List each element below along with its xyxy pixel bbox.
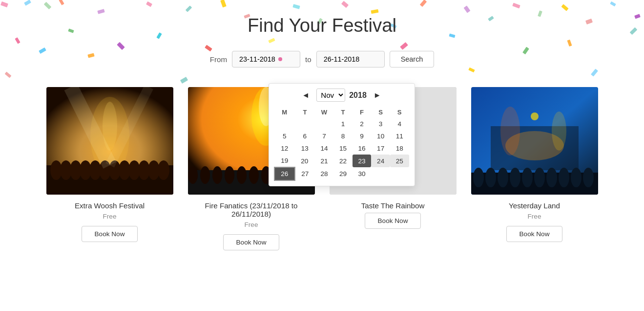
calendar-day[interactable]: 24 bbox=[371, 155, 390, 167]
festival-image bbox=[471, 87, 598, 195]
from-label: From bbox=[210, 55, 227, 64]
svg-point-42 bbox=[498, 168, 508, 187]
calendar-day[interactable]: 28 bbox=[315, 167, 334, 180]
calendar-weekday: M bbox=[274, 107, 295, 118]
calendar-weekday: T bbox=[333, 107, 353, 118]
festival-name: Yesterday Land bbox=[509, 201, 560, 210]
calendar-prev-button[interactable]: ◄ bbox=[299, 90, 312, 101]
calendar-day[interactable]: 7 bbox=[315, 130, 334, 142]
festival-name: Fire Fanatics (23/11/2018 to 26/11/2018) bbox=[188, 201, 315, 218]
svg-point-45 bbox=[534, 168, 545, 187]
calendar-day[interactable]: 10 bbox=[371, 130, 390, 142]
to-date-input[interactable]: 26-11-2018 bbox=[316, 51, 385, 67]
calendar-day[interactable]: 20 bbox=[295, 155, 315, 167]
svg-point-48 bbox=[571, 168, 582, 187]
calendar-grid: MTWTFSS 12345678910111213141516171819202… bbox=[274, 107, 410, 181]
calendar-year: 2018 bbox=[349, 91, 367, 100]
book-now-button[interactable]: Book Now bbox=[82, 226, 138, 242]
calendar-day[interactable]: 26 bbox=[274, 167, 295, 180]
calendar-day[interactable]: 21 bbox=[315, 155, 334, 167]
calendar-day[interactable]: 5 bbox=[274, 130, 295, 142]
calendar-popup: ◄ JanFebMarAprMayJunJulAugSepOctNovDec 2… bbox=[269, 83, 415, 186]
calendar-day[interactable]: 17 bbox=[371, 142, 390, 155]
calendar-day[interactable]: 13 bbox=[295, 142, 315, 155]
calendar-day[interactable]: 29 bbox=[333, 167, 353, 180]
calendar-day[interactable]: 18 bbox=[390, 142, 409, 155]
book-now-button[interactable]: Book Now bbox=[365, 213, 421, 229]
calendar-day bbox=[315, 118, 334, 130]
from-date-value: 23-11-2018 bbox=[239, 55, 275, 63]
calendar-day bbox=[371, 167, 390, 180]
calendar-day[interactable]: 14 bbox=[315, 142, 334, 155]
svg-point-27 bbox=[249, 166, 259, 184]
festival-card: Yesterday LandFreeBook Now bbox=[471, 87, 598, 250]
festival-price: Free bbox=[528, 213, 541, 220]
calendar-day[interactable]: 27 bbox=[295, 167, 315, 180]
calendar-weekday: T bbox=[295, 107, 315, 118]
calendar-header: ◄ JanFebMarAprMayJunJulAugSepOctNovDec 2… bbox=[274, 89, 410, 102]
calendar-weekday: W bbox=[315, 107, 334, 118]
calendar-month-select[interactable]: JanFebMarAprMayJunJulAugSepOctNovDec bbox=[316, 89, 345, 102]
festival-card: Extra Woosh FestivalFreeBook Now bbox=[46, 87, 173, 250]
calendar-day[interactable]: 4 bbox=[390, 118, 409, 130]
festival-name: Taste The Rainbow bbox=[361, 201, 425, 210]
calendar-day[interactable]: 30 bbox=[353, 167, 372, 180]
svg-point-38 bbox=[552, 111, 566, 151]
calendar-next-button[interactable]: ► bbox=[371, 90, 384, 101]
search-bar: From 23-11-2018 to 26-11-2018 Search bbox=[0, 51, 644, 67]
svg-point-37 bbox=[500, 107, 520, 156]
book-now-button[interactable]: Book Now bbox=[223, 234, 280, 250]
festival-name: Extra Woosh Festival bbox=[75, 201, 145, 210]
calendar-day bbox=[390, 167, 409, 180]
svg-point-15 bbox=[158, 160, 169, 180]
festival-image bbox=[46, 87, 173, 195]
svg-point-47 bbox=[559, 168, 569, 187]
calendar-weekday: S bbox=[371, 107, 390, 118]
calendar-day[interactable]: 15 bbox=[333, 142, 353, 155]
calendar-day bbox=[295, 118, 315, 130]
from-date-input[interactable]: 23-11-2018 bbox=[232, 51, 300, 67]
svg-point-46 bbox=[546, 168, 557, 187]
calendar-day[interactable]: 19 bbox=[274, 155, 295, 167]
svg-point-22 bbox=[188, 166, 198, 184]
svg-point-23 bbox=[200, 166, 210, 184]
svg-point-25 bbox=[225, 166, 234, 184]
calendar-day[interactable]: 16 bbox=[353, 142, 372, 155]
svg-point-50 bbox=[531, 112, 539, 120]
book-now-button[interactable]: Book Now bbox=[506, 226, 563, 242]
calendar-weekday: F bbox=[353, 107, 372, 118]
svg-point-44 bbox=[522, 168, 533, 187]
festival-price: Free bbox=[245, 221, 258, 228]
svg-point-49 bbox=[583, 168, 594, 187]
svg-point-24 bbox=[212, 166, 222, 184]
calendar-day[interactable]: 8 bbox=[333, 130, 353, 142]
to-label: to bbox=[305, 55, 312, 64]
calendar-day[interactable]: 6 bbox=[295, 130, 315, 142]
calendar-day[interactable]: 22 bbox=[333, 155, 353, 167]
calendar-day[interactable]: 11 bbox=[390, 130, 409, 142]
calendar-day[interactable]: 23 bbox=[353, 155, 372, 167]
calendar-day[interactable]: 3 bbox=[371, 118, 390, 130]
to-date-value: 26-11-2018 bbox=[324, 55, 360, 63]
calendar-weekday: S bbox=[390, 107, 409, 118]
svg-point-40 bbox=[473, 168, 484, 187]
festival-price: Free bbox=[103, 213, 117, 220]
calendar-day[interactable]: 12 bbox=[274, 142, 295, 155]
calendar-day bbox=[274, 118, 295, 130]
from-date-dot bbox=[278, 57, 282, 61]
calendar-day[interactable]: 9 bbox=[353, 130, 372, 142]
page-title: Find Your Festival bbox=[0, 0, 644, 51]
search-button[interactable]: Search bbox=[390, 51, 435, 67]
svg-point-26 bbox=[237, 166, 247, 184]
calendar-day[interactable]: 2 bbox=[353, 118, 372, 130]
svg-point-41 bbox=[485, 168, 496, 187]
calendar-day[interactable]: 1 bbox=[333, 118, 353, 130]
svg-point-43 bbox=[510, 168, 520, 187]
calendar-day[interactable]: 25 bbox=[390, 155, 409, 167]
